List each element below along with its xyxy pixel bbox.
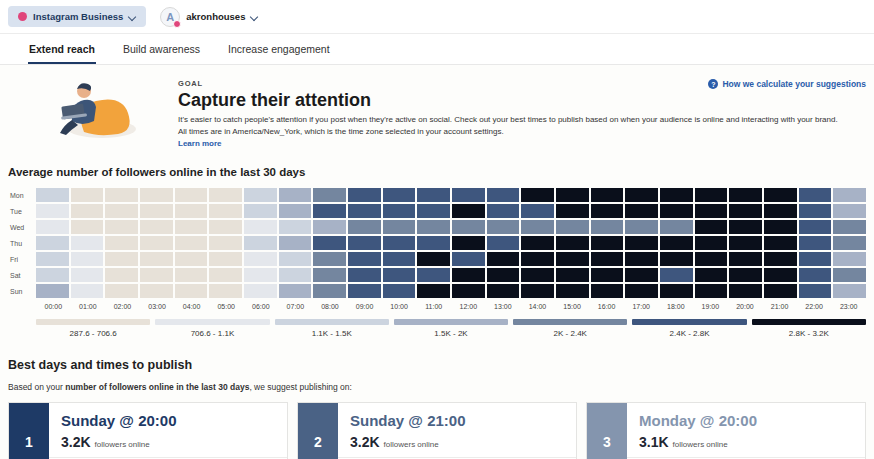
legend-color-bar [752,319,866,325]
heatmap-cell [313,204,346,218]
heatmap-hour-label: 21:00 [762,303,797,310]
heatmap-cell [209,188,242,202]
learn-more-link[interactable]: Learn more [178,139,222,148]
heatmap-cell [452,204,485,218]
heatmap-cell [244,204,277,218]
heatmap-hour-label: 05:00 [209,303,244,310]
intro-bold: number of followers online in the last 3… [65,382,249,392]
heatmap-cell [729,268,762,282]
heatmap-cell [695,220,728,234]
heatmap-cell [833,188,866,202]
heatmap-cell [140,268,173,282]
heatmap-cell [833,204,866,218]
heatmap-hour-label: 01:00 [71,303,106,310]
heatmap-cell [799,188,832,202]
heatmap-cell [625,220,658,234]
heatmap-cell [417,284,450,298]
legend-item: 1.5K - 2K [394,319,508,338]
heatmap-cell [175,268,208,282]
heatmap-cell [487,188,520,202]
tab-increase-engagement[interactable]: Increase engagement [227,34,331,64]
heatmap-cell [695,268,728,282]
heatmap-cell [452,220,485,234]
suggestion-card: 1 Sunday @ 20:00 3.2K followers online [8,402,288,459]
heatmap-cell [140,220,173,234]
suggestions-intro: Based on your number of followers online… [8,382,866,392]
channel-selector[interactable]: Instagram Business [8,6,146,27]
legend-color-bar [394,319,508,325]
heatmap-cell [729,220,762,234]
heatmap-hour-label: 07:00 [278,303,313,310]
goal-tabs: Extend reachBuild awarenessIncrease enga… [0,34,874,65]
tab-build-awareness[interactable]: Build awareness [122,34,201,64]
legend-range-label: 2.4K - 2.8K [632,329,746,338]
legend-item: 287.6 - 706.6 [36,319,150,338]
heatmap-cell [625,188,658,202]
heatmap-cell [209,268,242,282]
heatmap-cell [591,252,624,266]
heatmap-hour-label: 20:00 [728,303,763,310]
legend-range-label: 1.5K - 2K [394,329,508,338]
intro-prefix: Based on your [8,382,65,392]
heatmap-cell [348,252,381,266]
heatmap-cell [279,252,312,266]
heatmap-cell [521,204,554,218]
legend-color-bar [36,319,150,325]
heatmap-cell [625,236,658,250]
heatmap-cell [799,236,832,250]
heatmap-cell [729,188,762,202]
heatmap-cell [348,188,381,202]
card-followers-label: followers online [384,440,439,449]
heatmap-cell [105,268,138,282]
card-followers-value: 3.2K [350,434,380,450]
heatmap-cell [764,252,797,266]
how-we-calculate-label: How we calculate your suggestions [722,79,866,89]
heatmap-cell [521,188,554,202]
heatmap-cell [313,220,346,234]
heatmap-cell [105,236,138,250]
heatmap-cell [36,268,69,282]
heatmap-day-label: Thu [8,236,34,250]
heatmap-cell [279,220,312,234]
heatmap-cell [764,236,797,250]
heatmap-grid: MonTueWedThuFriSatSun [8,188,866,298]
heatmap-cell [244,284,277,298]
heatmap-cell [244,252,277,266]
heatmap-cell [764,284,797,298]
heatmap-hour-label: 09:00 [347,303,382,310]
how-we-calculate-link[interactable]: ? How we calculate your suggestions [708,79,866,89]
heatmap-cell [625,268,658,282]
heatmap-cell [71,236,104,250]
heatmap-cell [452,284,485,298]
account-selector[interactable]: A akronhouses [160,7,258,27]
heatmap-cell [799,220,832,234]
suggestion-card: 2 Sunday @ 21:00 3.2K followers online [297,402,577,459]
heatmap-cell [36,236,69,250]
heatmap-cell [244,236,277,250]
heatmap-cell [625,252,658,266]
heatmap-cell [799,204,832,218]
heatmap-day-label: Sun [8,284,34,298]
heatmap-cell [729,204,762,218]
heatmap-cell [487,220,520,234]
tab-extend-reach[interactable]: Extend reach [28,34,96,64]
heatmap-cell [487,268,520,282]
heatmap-cell [417,236,450,250]
heatmap-cell [244,268,277,282]
heatmap-day-label: Fri [8,252,34,266]
legend-item: 2.4K - 2.8K [632,319,746,338]
heatmap-hour-label: 03:00 [140,303,175,310]
heatmap-cell [71,188,104,202]
heatmap-cell [140,284,173,298]
heatmap-hour-label: 10:00 [382,303,417,310]
heatmap-cell [625,284,658,298]
heatmap-cell [279,268,312,282]
legend-range-label: 706.6 - 1.1K [155,329,269,338]
heatmap-cell [833,252,866,266]
heatmap-cell [729,284,762,298]
legend-color-bar [275,319,389,325]
avatar: A [160,7,180,27]
legend-color-bar [632,319,746,325]
card-rank-badge: 3 [587,403,627,459]
heatmap-cell [521,268,554,282]
